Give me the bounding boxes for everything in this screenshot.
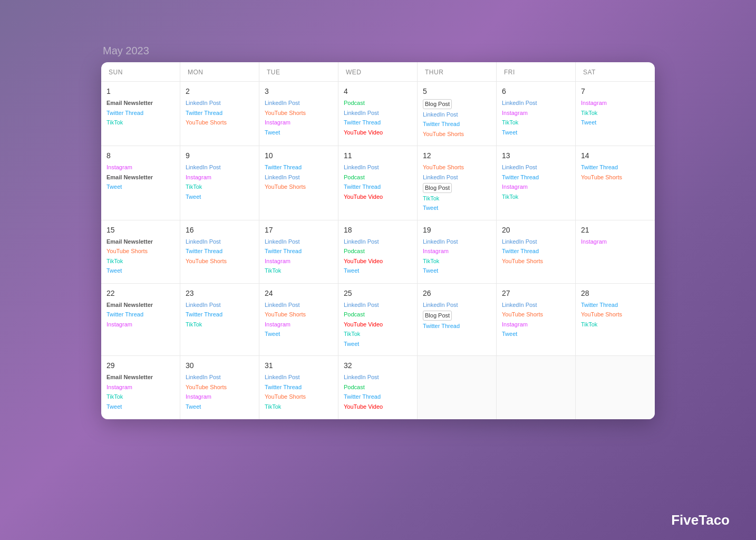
event-youtube-shorts[interactable]: YouTube Shorts (186, 118, 254, 127)
event-youtube-shorts[interactable]: YouTube Shorts (265, 109, 333, 118)
event-tweet[interactable]: Tweet (502, 330, 570, 339)
event-twitter[interactable]: Twitter Thread (106, 109, 175, 118)
event-instagram[interactable]: Instagram (186, 173, 254, 182)
event-tiktok[interactable]: TikTok (502, 118, 570, 127)
event-linkedin[interactable]: LinkedIn Post (186, 373, 254, 382)
event-instagram[interactable]: Instagram (265, 257, 333, 266)
event-twitter[interactable]: Twitter Thread (581, 163, 650, 172)
event-linkedin[interactable]: LinkedIn Post (186, 99, 254, 108)
event-linkedin[interactable]: LinkedIn Post (344, 301, 412, 310)
event-youtube-shorts[interactable]: YouTube Shorts (265, 392, 333, 401)
event-tiktok[interactable]: TikTok (186, 320, 254, 329)
event-tweet[interactable]: Tweet (265, 330, 333, 339)
event-blog[interactable]: Blog Post (423, 99, 452, 109)
event-instagram[interactable]: Instagram (106, 383, 175, 392)
event-twitter[interactable]: Twitter Thread (186, 247, 254, 256)
event-twitter[interactable]: Twitter Thread (265, 247, 333, 256)
event-tweet[interactable]: Tweet (186, 192, 254, 201)
event-instagram[interactable]: Instagram (265, 118, 333, 127)
event-linkedin[interactable]: LinkedIn Post (265, 301, 333, 310)
event-tiktok[interactable]: TikTok (265, 402, 333, 411)
event-email[interactable]: Email Newsletter (106, 237, 175, 246)
event-tiktok[interactable]: TikTok (186, 182, 254, 191)
event-linkedin[interactable]: LinkedIn Post (344, 109, 412, 118)
event-linkedin[interactable]: LinkedIn Post (186, 163, 254, 172)
event-blog[interactable]: Blog Post (423, 311, 452, 321)
event-tiktok[interactable]: TikTok (502, 192, 570, 201)
event-twitter[interactable]: Twitter Thread (265, 163, 333, 172)
event-twitter[interactable]: Twitter Thread (423, 322, 491, 331)
event-youtube-shorts[interactable]: YouTube Shorts (265, 310, 333, 319)
event-tiktok[interactable]: TikTok (423, 194, 491, 203)
event-tweet[interactable]: Tweet (265, 128, 333, 137)
event-podcast[interactable]: Podcast (344, 310, 412, 319)
event-tiktok[interactable]: TikTok (265, 266, 333, 275)
event-linkedin[interactable]: LinkedIn Post (502, 237, 570, 246)
event-youtube-shorts[interactable]: YouTube Shorts (423, 163, 491, 172)
event-youtube-shorts[interactable]: YouTube Shorts (581, 310, 650, 319)
event-linkedin[interactable]: LinkedIn Post (186, 301, 254, 310)
event-twitter[interactable]: Twitter Thread (344, 392, 412, 401)
event-tiktok[interactable]: TikTok (106, 257, 175, 266)
event-youtube-video[interactable]: YouTube Video (344, 320, 412, 329)
event-linkedin[interactable]: LinkedIn Post (502, 99, 570, 108)
event-tweet[interactable]: Tweet (106, 266, 175, 275)
event-tiktok[interactable]: TikTok (106, 118, 175, 127)
event-twitter[interactable]: Twitter Thread (502, 173, 570, 182)
event-instagram[interactable]: Instagram (106, 320, 175, 329)
event-podcast[interactable]: Podcast (344, 99, 412, 108)
event-linkedin[interactable]: LinkedIn Post (423, 173, 491, 182)
event-twitter[interactable]: Twitter Thread (344, 182, 412, 191)
event-linkedin[interactable]: LinkedIn Post (265, 373, 333, 382)
event-instagram[interactable]: Instagram (581, 99, 650, 108)
event-blog[interactable]: Blog Post (423, 183, 452, 193)
event-twitter[interactable]: Twitter Thread (186, 109, 254, 118)
event-email[interactable]: Email Newsletter (106, 173, 175, 182)
event-twitter[interactable]: Twitter Thread (502, 247, 570, 256)
event-youtube-shorts[interactable]: YouTube Shorts (502, 310, 570, 319)
event-instagram[interactable]: Instagram (502, 109, 570, 118)
event-youtube-shorts[interactable]: YouTube Shorts (186, 257, 254, 266)
event-tiktok[interactable]: TikTok (581, 320, 650, 329)
event-podcast[interactable]: Podcast (344, 173, 412, 182)
event-tweet[interactable]: Tweet (186, 402, 254, 411)
event-linkedin[interactable]: LinkedIn Post (423, 110, 491, 119)
event-email[interactable]: Email Newsletter (106, 373, 175, 382)
event-tweet[interactable]: Tweet (344, 266, 412, 275)
event-instagram[interactable]: Instagram (502, 182, 570, 191)
event-youtube-shorts[interactable]: YouTube Shorts (186, 383, 254, 392)
event-twitter[interactable]: Twitter Thread (344, 118, 412, 127)
event-linkedin[interactable]: LinkedIn Post (344, 163, 412, 172)
event-twitter[interactable]: Twitter Thread (186, 310, 254, 319)
event-twitter[interactable]: Twitter Thread (265, 383, 333, 392)
event-youtube-video[interactable]: YouTube Video (344, 128, 412, 137)
event-linkedin[interactable]: LinkedIn Post (502, 301, 570, 310)
event-linkedin[interactable]: LinkedIn Post (344, 237, 412, 246)
event-email[interactable]: Email Newsletter (106, 99, 175, 108)
event-linkedin[interactable]: LinkedIn Post (265, 237, 333, 246)
event-instagram[interactable]: Instagram (186, 392, 254, 401)
event-instagram[interactable]: Instagram (423, 247, 491, 256)
event-podcast[interactable]: Podcast (344, 383, 412, 392)
event-youtube-shorts[interactable]: YouTube Shorts (265, 182, 333, 191)
event-linkedin[interactable]: LinkedIn Post (502, 163, 570, 172)
event-tweet[interactable]: Tweet (423, 266, 491, 275)
event-linkedin[interactable]: LinkedIn Post (423, 301, 491, 310)
event-instagram[interactable]: Instagram (106, 163, 175, 172)
event-linkedin[interactable]: LinkedIn Post (423, 237, 491, 246)
event-tiktok[interactable]: TikTok (581, 109, 650, 118)
event-youtube-video[interactable]: YouTube Video (344, 257, 412, 266)
event-tweet[interactable]: Tweet (581, 118, 650, 127)
event-tiktok[interactable]: TikTok (106, 392, 175, 401)
event-instagram[interactable]: Instagram (265, 320, 333, 329)
event-youtube-video[interactable]: YouTube Video (344, 402, 412, 411)
event-tweet[interactable]: Tweet (344, 340, 412, 349)
event-tiktok[interactable]: TikTok (423, 257, 491, 266)
event-youtube-shorts[interactable]: YouTube Shorts (106, 247, 175, 256)
event-tweet[interactable]: Tweet (502, 128, 570, 137)
event-linkedin[interactable]: LinkedIn Post (186, 237, 254, 246)
event-podcast[interactable]: Podcast (344, 247, 412, 256)
event-youtube-video[interactable]: YouTube Video (344, 192, 412, 201)
event-twitter[interactable]: Twitter Thread (581, 301, 650, 310)
event-youtube-shorts[interactable]: YouTube Shorts (502, 257, 570, 266)
